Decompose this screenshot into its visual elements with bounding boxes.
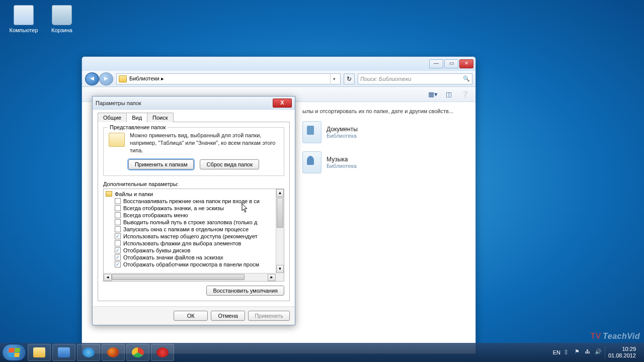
tree-root[interactable]: Файлы и папки [106, 191, 274, 198]
address-dropdown-icon[interactable]: ▾ [330, 73, 338, 84]
tray-volume-icon[interactable]: 🔊 [595, 348, 603, 356]
desktop-icon-computer[interactable]: Компьютер [6, 5, 41, 33]
recycle-bin-icon [52, 5, 72, 25]
checkbox[interactable] [115, 212, 121, 218]
help-button[interactable]: ❔ [458, 89, 471, 100]
scroll-up-button[interactable]: ▲ [276, 189, 284, 197]
library-title: Музыка [327, 156, 357, 163]
forward-button[interactable]: ► [99, 72, 113, 85]
tab-pane-view: Представление папок Можно применить вид,… [98, 122, 290, 301]
restore-defaults-button[interactable]: Восстановить умолчания [206, 286, 284, 296]
view-options-button[interactable]: ▦▾ [426, 89, 439, 100]
tree-item[interactable]: ✓Отображать буквы дисков [106, 247, 274, 254]
tree-item-label: Всегда отображать меню [123, 212, 188, 218]
explorer-titlebar[interactable]: — ▭ ✕ [82, 57, 475, 71]
language-indicator[interactable]: EN [551, 348, 562, 356]
back-button[interactable]: ◄ [85, 72, 99, 85]
start-button[interactable] [2, 344, 26, 361]
scroll-right-button[interactable]: ► [268, 274, 276, 281]
folder-icon [119, 75, 127, 82]
taskbar-explorer[interactable] [28, 344, 51, 361]
taskbar-clock[interactable]: 10:29 01.08.2012 [605, 346, 639, 359]
tray-network-icon[interactable]: 🖧 [585, 348, 593, 356]
scroll-down-button[interactable]: ▼ [276, 265, 284, 273]
preview-pane-button[interactable]: ◫ [442, 89, 455, 100]
chrome-icon [132, 347, 144, 357]
explorer-icon [33, 347, 45, 357]
tree-item[interactable]: Использовать флажки для выбора элементов [106, 240, 274, 247]
close-button[interactable]: ✕ [459, 59, 473, 68]
breadcrumb[interactable]: Библиотеки ▸ [129, 75, 164, 82]
checkbox[interactable] [115, 198, 121, 204]
dialog-footer: ОК Отмена Применить [93, 306, 295, 325]
windows-logo-icon [8, 348, 20, 357]
scroll-thumb[interactable] [277, 198, 283, 228]
dialog-close-button[interactable]: X [273, 99, 292, 108]
minimize-button[interactable]: — [429, 59, 443, 68]
checkbox[interactable] [115, 205, 121, 211]
cancel-button[interactable]: Отмена [211, 311, 245, 321]
tray-flag-icon[interactable]: ▯ [565, 348, 573, 356]
library-subtitle: Библиотека [327, 133, 358, 139]
tree-item-label: Выводить полный путь в строке заголовка … [123, 219, 257, 225]
group-label: Представление папок [108, 124, 168, 130]
checkbox[interactable]: ✓ [115, 247, 121, 253]
tree-item-label: Всегда отображать значки, а не эскизы [123, 205, 224, 211]
tree-item[interactable]: Всегда отображать значки, а не эскизы [106, 205, 274, 212]
library-subtitle: Библиотека [327, 163, 357, 169]
dialog-title: Параметры папок [96, 100, 141, 106]
checkbox[interactable]: ✓ [115, 261, 121, 267]
library-title: Документы [327, 126, 358, 133]
scroll-corner [276, 273, 284, 281]
checkbox[interactable] [115, 219, 121, 225]
desktop-icon-recycle-bin[interactable]: Корзина [44, 5, 79, 33]
refresh-button[interactable]: ↻ [344, 73, 355, 84]
tree-item-label: Отображать буквы дисков [123, 247, 190, 253]
search-placeholder: Поиск: Библиотеки [360, 76, 411, 82]
tree-item[interactable]: Выводить полный путь в строке заголовка … [106, 219, 274, 226]
advanced-settings-tree[interactable]: Файлы и папкиВосстанавливать прежние окн… [103, 189, 284, 282]
hscroll-thumb[interactable] [112, 274, 245, 280]
tree-item[interactable]: ✓Использовать мастер общего доступа (рек… [106, 233, 274, 240]
library-item-documents[interactable]: Документы Библиотека [302, 121, 466, 143]
taskbar-opera[interactable] [151, 344, 174, 361]
taskbar-mail[interactable] [52, 344, 75, 361]
tree-item[interactable]: Запускать окна с папками в отдельном про… [106, 226, 274, 233]
maximize-button[interactable]: ▭ [444, 59, 458, 68]
tab-search[interactable]: Поиск [147, 113, 173, 122]
ie-icon [83, 347, 95, 357]
checkbox[interactable]: ✓ [115, 233, 121, 239]
search-input[interactable]: Поиск: Библиотеки 🔍 [358, 73, 472, 84]
desktop-icon-label: Корзина [44, 27, 79, 33]
reset-folders-button[interactable]: Сброс вида папок [200, 159, 259, 169]
taskbar-firefox[interactable] [102, 344, 125, 361]
taskbar-ie[interactable] [77, 344, 100, 361]
vertical-scrollbar[interactable]: ▲ ▼ [276, 189, 284, 273]
checkbox[interactable] [115, 226, 121, 232]
library-item-music[interactable]: Музыка Библиотека [302, 151, 466, 173]
system-tray: EN ▯ ⚑ 🖧 🔊 10:29 01.08.2012 [551, 346, 642, 359]
tree-item-label: Отображать обработчики просмотра в панел… [123, 261, 259, 267]
scroll-left-button[interactable]: ◄ [104, 274, 112, 281]
taskbar-chrome[interactable] [126, 344, 149, 361]
advanced-settings-label: Дополнительные параметры: [103, 181, 284, 187]
checkbox[interactable]: ✓ [115, 254, 121, 260]
tree-item[interactable]: Всегда отображать меню [106, 212, 274, 219]
tree-root-label: Файлы и папки [115, 191, 153, 197]
apply-button[interactable]: Применить [248, 311, 290, 321]
opera-icon [156, 347, 169, 357]
horizontal-scrollbar[interactable]: ◄► [104, 273, 276, 281]
ok-button[interactable]: ОК [174, 311, 208, 321]
search-icon: 🔍 [463, 75, 470, 82]
tree-item[interactable]: ✓Отображать значки файлов на эскизах [106, 254, 274, 261]
checkbox[interactable] [115, 240, 121, 246]
tray-action-center-icon[interactable]: ⚑ [575, 348, 583, 356]
tree-item[interactable]: ✓Отображать обработчики просмотра в пане… [106, 261, 274, 268]
tab-view[interactable]: Вид [126, 113, 147, 122]
dialog-titlebar[interactable]: Параметры папок X [93, 97, 295, 110]
tab-general[interactable]: Общие [98, 113, 127, 122]
address-bar[interactable]: Библиотеки ▸ ▾ [116, 73, 341, 84]
tree-item-label: Запускать окна с папками в отдельном про… [123, 226, 249, 232]
apply-to-folders-button[interactable]: Применить к папкам [128, 159, 194, 169]
tree-item[interactable]: Восстанавливать прежние окна папок при в… [106, 198, 274, 205]
